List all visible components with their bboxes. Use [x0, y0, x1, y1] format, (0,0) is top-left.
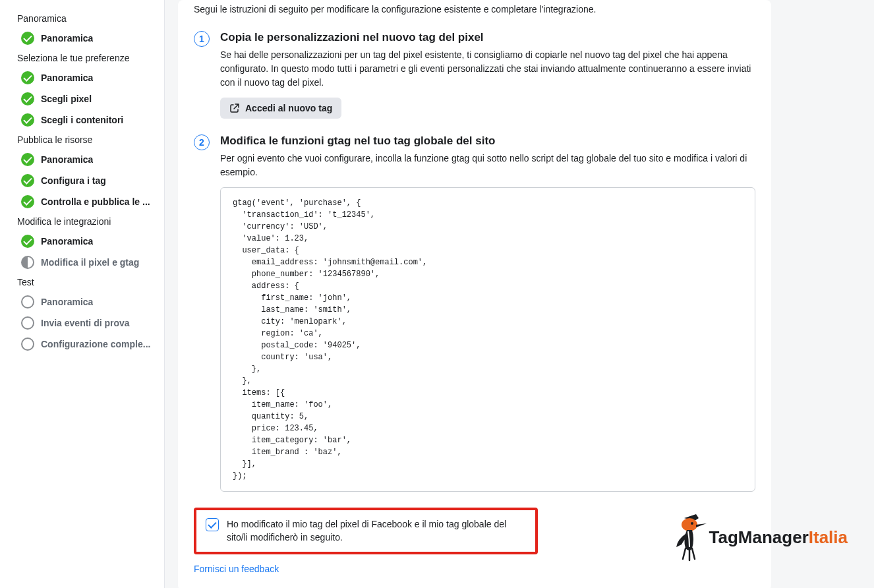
sidebar-item-label: Panoramica — [41, 297, 93, 307]
access-new-tag-button[interactable]: Accedi al nuovo tag — [220, 98, 341, 119]
sidebar-section-header: Seleziona le tue preferenze — [0, 49, 164, 67]
check-circle-icon — [21, 153, 34, 166]
sidebar-item-label: Panoramica — [41, 154, 93, 165]
sidebar-item-scegli-pixel[interactable]: Scegli pixel — [0, 88, 164, 109]
sidebar-item-modifica-pixel-gtag[interactable]: Modifica il pixel e gtag — [0, 252, 164, 273]
sidebar-section-header: Panoramica — [0, 9, 164, 28]
sidebar-section: Modifica le integrazioni Panoramica Modi… — [0, 212, 164, 273]
code-snippet[interactable]: gtag('event', 'purchase', { 'transaction… — [220, 187, 755, 492]
step-content: Modifica le funzioni gtag nel tuo tag gl… — [220, 134, 755, 492]
sidebar-item-configurazione-completa[interactable]: Configurazione comple... — [0, 334, 164, 355]
sidebar-item-invia-eventi-prova[interactable]: Invia eventi di prova — [0, 312, 164, 334]
brand-text-1: TagManager — [709, 527, 809, 547]
svg-point-0 — [682, 518, 697, 531]
half-circle-icon — [21, 256, 34, 269]
step-content: Copia le personalizzazioni nel nuovo tag… — [220, 31, 755, 119]
empty-circle-icon — [21, 316, 34, 330]
feedback-link[interactable]: Fornisci un feedback — [194, 564, 279, 574]
sidebar-item-panoramica[interactable]: Panoramica — [0, 291, 164, 312]
intro-text: Segui le istruzioni di seguito per modif… — [194, 3, 755, 16]
brand-text-2: Italia — [809, 527, 848, 547]
sidebar-item-panoramica[interactable]: Panoramica — [0, 231, 164, 252]
sidebar-item-label: Invia eventi di prova — [41, 318, 130, 328]
step-1-title: Copia le personalizzazioni nel nuovo tag… — [220, 31, 755, 44]
sidebar-item-label: Configurazione comple... — [41, 339, 150, 349]
check-circle-icon — [21, 92, 34, 105]
sidebar-item-label: Controlla e pubblica le ... — [41, 196, 150, 207]
check-circle-icon — [21, 174, 34, 187]
sidebar-item-panoramica[interactable]: Panoramica — [0, 28, 164, 49]
check-circle-icon — [21, 71, 34, 84]
sidebar-item-label: Scegli i contenitori — [41, 115, 123, 125]
sidebar-item-scegli-contenitori[interactable]: Scegli i contenitori — [0, 109, 164, 131]
sidebar-section: Panoramica Panoramica — [0, 9, 164, 49]
sidebar-item-label: Configura i tag — [41, 175, 106, 186]
sidebar-item-configura-tag[interactable]: Configura i tag — [0, 170, 164, 191]
button-label: Accedi al nuovo tag — [245, 103, 332, 113]
step-number-badge: 2 — [194, 134, 210, 150]
step-2: 2 Modifica le funzioni gtag nel tuo tag … — [194, 134, 755, 492]
main-content: Segui le istruzioni di seguito per modif… — [165, 0, 874, 588]
sidebar-section-header: Test — [0, 273, 164, 291]
confirm-box: Ho modificato il mio tag del pixel di Fa… — [194, 508, 538, 554]
svg-point-1 — [691, 522, 693, 525]
check-circle-icon — [21, 195, 34, 208]
external-link-icon — [229, 103, 240, 113]
check-circle-icon — [21, 113, 34, 127]
sidebar-section: Pubblica le risorse Panoramica Configura… — [0, 131, 164, 212]
sidebar-item-controlla-pubblica[interactable]: Controlla e pubblica le ... — [0, 191, 164, 212]
check-circle-icon — [21, 32, 34, 45]
step-number-badge: 1 — [194, 31, 210, 47]
check-circle-icon — [21, 235, 34, 248]
sidebar-item-label: Panoramica — [41, 33, 93, 44]
sidebar-item-label: Panoramica — [41, 73, 93, 83]
step-1-desc: Se hai delle personalizzazioni per un ta… — [220, 48, 755, 90]
sidebar-item-panoramica[interactable]: Panoramica — [0, 149, 164, 170]
confirm-text: Ho modificato il mio tag del pixel di Fa… — [227, 518, 526, 544]
sidebar-section-header: Modifica le integrazioni — [0, 212, 164, 231]
step-2-desc: Per ogni evento che vuoi configurare, in… — [220, 152, 755, 179]
confirm-checkbox[interactable] — [206, 518, 219, 531]
woodpecker-icon — [670, 510, 709, 564]
sidebar-item-label: Scegli pixel — [41, 94, 92, 104]
sidebar-item-label: Panoramica — [41, 236, 93, 247]
sidebar-item-label: Modifica il pixel e gtag — [41, 257, 139, 268]
sidebar-section: Test Panoramica Invia eventi di prova Co… — [0, 273, 164, 355]
sidebar-section-header: Pubblica le risorse — [0, 131, 164, 149]
empty-circle-icon — [21, 295, 34, 309]
step-1: 1 Copia le personalizzazioni nel nuovo t… — [194, 31, 755, 119]
brand-text: TagManagerItalia — [709, 527, 848, 548]
empty-circle-icon — [21, 338, 34, 351]
sidebar-section: Seleziona le tue preferenze Panoramica S… — [0, 49, 164, 131]
sidebar: Panoramica Panoramica Seleziona le tue p… — [0, 0, 165, 588]
content-card: Segui le istruzioni di seguito per modif… — [178, 0, 771, 588]
step-2-title: Modifica le funzioni gtag nel tuo tag gl… — [220, 134, 755, 148]
sidebar-item-panoramica[interactable]: Panoramica — [0, 67, 164, 88]
brand-logo: TagManagerItalia — [670, 510, 848, 564]
